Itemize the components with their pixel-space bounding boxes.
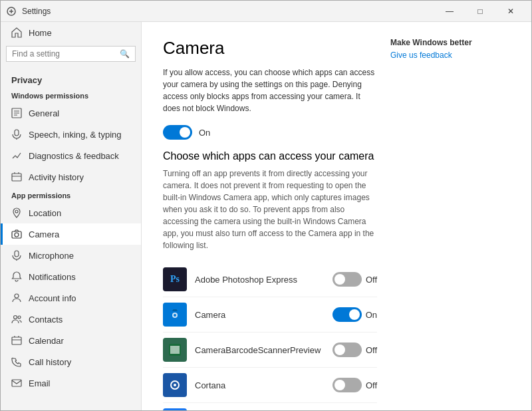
app-icon-barcode [163,338,187,362]
svg-point-19 [174,384,176,386]
close-button[interactable]: ✕ [495,1,526,22]
svg-point-4 [15,210,18,213]
content-area: Camera If you allow access, you can choo… [142,22,531,410]
location-icon [11,207,22,218]
sidebar-item-label: Call history [29,357,71,367]
sidebar-item-label: Contacts [29,315,63,325]
toggle-label: Off [366,380,377,390]
app-toggle-area: Off [332,272,377,287]
app-icon [6,6,17,17]
app-icon-camera [163,303,187,327]
account-icon [11,293,22,303]
titlebar-controls: — □ ✕ [434,1,526,22]
app-toggle-camera[interactable] [332,307,362,322]
app-toggle-cortana[interactable] [332,378,362,392]
table-row: Ps Adobe Photoshop Express Off [163,262,377,297]
table-row: CameraBarcodeScannerPreview Off [163,333,377,368]
sidebar-item-contacts[interactable]: Contacts [1,309,141,330]
content-with-side: Camera If you allow access, you can choo… [163,38,510,410]
svg-rect-2 [15,130,19,136]
maximize-button[interactable]: □ [465,1,495,22]
app-toggle-barcode[interactable] [332,342,362,357]
svg-rect-3 [12,174,21,181]
app-name: CameraBarcodeScannerPreview [195,345,325,355]
search-icon: 🔍 [120,49,130,59]
sidebar-item-call-history[interactable]: Call history [1,351,141,372]
minimize-button[interactable]: — [434,1,465,22]
app-info-barcode: CameraBarcodeScannerPreview [195,345,325,355]
content-left: Camera If you allow access, you can choo… [163,38,377,410]
notifications-icon [11,271,22,282]
sidebar-item-calendar[interactable]: Calendar [1,330,141,351]
speech-icon [11,129,22,140]
app-name: Adobe Photoshop Express [195,275,325,285]
sidebar-item-general[interactable]: General [1,102,141,124]
titlebar-title: Settings [22,7,434,16]
sidebar-item-label: Email [29,378,51,388]
feedback-link[interactable]: Give us feedback [390,51,452,60]
app-toggle-area: Off [332,378,377,392]
sidebar-item-label: Microphone [29,251,74,261]
sidebar-item-label: Calendar [29,336,64,346]
svg-point-6 [15,233,19,237]
sidebar-item-home[interactable]: Home [1,22,141,43]
sidebar-item-location[interactable]: Location [1,202,141,223]
diagnostics-icon [11,150,22,161]
page-title: Camera [163,38,377,59]
toggle-label: On [366,310,377,320]
home-label: Home [29,28,52,38]
sidebar-item-microphone[interactable]: Microphone [1,245,141,266]
email-icon [11,378,22,388]
table-row: Cortana Off [163,368,377,403]
app-permissions-label: App permissions [1,188,141,202]
apps-section-description: Turning off an app prevents it from dire… [163,168,377,251]
sidebar-item-label: Account info [29,293,76,303]
page-description: If you allow access, you can choose whic… [163,67,377,114]
app-toggle-area: On [332,307,377,322]
search-input[interactable] [12,49,116,59]
svg-point-8 [15,294,19,298]
sidebar-item-activity[interactable]: Activity history [1,166,141,188]
sidebar-item-label: Location [29,208,61,218]
activity-icon [11,172,22,182]
app-info-camera: Camera [195,310,325,320]
calendar-icon [11,335,22,346]
sidebar-item-email[interactable]: Email [1,372,141,394]
toggle-label: Off [366,275,377,285]
table-row: Camera On [163,297,377,333]
app-info-cortana: Cortana [195,380,325,390]
app-icon-facebook: f [163,408,187,410]
app-name: Camera [195,310,325,320]
main-toggle-row: On [163,125,377,140]
svg-rect-11 [12,337,21,344]
search-box[interactable]: 🔍 [6,46,136,62]
general-icon [11,108,22,118]
privacy-section-label: Privacy [1,70,141,88]
microphone-icon [11,250,22,261]
sidebar-item-label: General [29,108,59,118]
app-toggle-photoshop[interactable] [332,272,362,287]
svg-rect-12 [12,380,21,386]
svg-point-10 [18,316,21,319]
sidebar-item-camera[interactable]: Camera [1,223,141,245]
toggle-label: Off [366,345,377,355]
sidebar-item-label: Activity history [29,172,84,182]
app-list: Ps Adobe Photoshop Express Off [163,262,377,410]
svg-point-9 [14,316,17,319]
main-toggle-label: On [199,128,210,138]
sidebar-item-speech[interactable]: Speech, inking, & typing [1,124,141,145]
app-icon-photoshop: Ps [163,267,187,291]
svg-point-15 [174,314,176,317]
windows-permissions-label: Windows permissions [1,88,141,102]
titlebar: Settings — □ ✕ [1,1,531,22]
content-right: Make Windows better Give us feedback [390,38,510,410]
sidebar-item-notifications[interactable]: Notifications [1,266,141,287]
camera-icon [11,229,22,239]
sidebar-item-label: Camera [29,229,59,239]
main-camera-toggle[interactable] [163,125,192,140]
sidebar-item-diagnostics[interactable]: Diagnostics & feedback [1,145,141,166]
apps-section-title: Choose which apps can access your camera [163,150,377,162]
sidebar: Home 🔍 Privacy Windows permissions Gener… [1,22,142,410]
sidebar-item-account[interactable]: Account info [1,287,141,309]
svg-rect-7 [15,251,19,257]
